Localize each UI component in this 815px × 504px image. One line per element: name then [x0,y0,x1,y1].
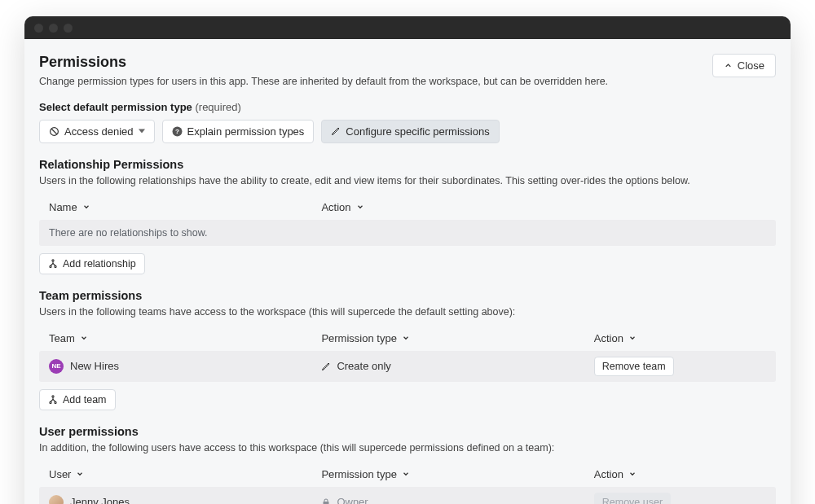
access-denied-label: Access denied [64,125,134,138]
access-denied-dropdown[interactable]: Access denied [39,120,155,143]
user-name: Jenny Jones [70,496,130,504]
chevron-down-icon [628,470,637,478]
relationship-col-name[interactable]: Name [49,201,321,213]
user-col-action[interactable]: Action [594,468,766,480]
team-heading: Team permissions [39,289,776,302]
user-col-user[interactable]: User [49,468,321,480]
add-team-label: Add team [63,394,107,405]
caret-down-icon [139,128,145,134]
chevron-down-icon [82,203,90,211]
add-relationship-button[interactable]: Add relationship [39,253,145,274]
svg-text:?: ? [175,128,179,135]
chevron-down-icon [402,334,410,342]
team-row: NE New Hires Create only Remove team [39,351,776,382]
svg-line-1 [51,129,57,134]
titlebar [24,16,791,39]
relationship-col-action[interactable]: Action [321,201,766,213]
traffic-light-minimize[interactable] [49,24,58,33]
lock-icon [321,497,331,504]
configure-specific-permissions-button[interactable]: Configure specific permissions [321,120,499,143]
team-avatar: NE [49,359,64,374]
user-table: User Permission type Action Jenny Jones [39,462,776,504]
branch-icon [48,395,58,405]
branch-icon [48,259,58,269]
add-relationship-label: Add relationship [63,258,136,270]
team-name: New Hires [70,360,119,372]
page-title: Permissions [39,54,608,71]
remove-team-button[interactable]: Remove team [594,357,674,376]
traffic-light-close[interactable] [34,24,43,33]
team-col-team[interactable]: Team [49,332,321,344]
svg-point-6 [55,265,56,267]
default-permission-label: Select default permission type (required… [39,101,776,113]
close-label: Close [738,59,764,72]
pencil-icon [331,126,341,136]
team-permission-cell[interactable]: Create only [321,360,593,372]
user-permission: Owner [337,496,368,504]
relationship-desc: Users in the following relationships hav… [39,175,776,186]
user-desc: In addition, the following users have ac… [39,442,776,454]
user-row: Jenny Jones Owner Remove user [39,487,776,504]
team-desc: Users in the following teams have access… [39,306,776,318]
chevron-down-icon [628,334,637,342]
chevron-down-icon [80,334,88,342]
chevron-down-icon [356,203,364,211]
user-col-perm[interactable]: Permission type [321,468,593,480]
page-subtitle: Change permission types for users in thi… [39,74,608,90]
chevron-down-icon [402,470,410,478]
window: Permissions Change permission types for … [24,16,791,504]
remove-user-button: Remove user [594,493,671,504]
team-col-perm[interactable]: Permission type [321,332,593,344]
svg-point-9 [55,401,56,403]
team-table: Team Permission type Action NE New Hires [39,326,776,382]
chevron-up-icon [724,61,733,70]
required-tag: (required) [195,101,240,113]
svg-point-5 [50,265,51,267]
svg-point-4 [52,260,54,261]
chevron-down-icon [76,470,84,478]
relationship-heading: Relationship Permissions [39,158,776,171]
explain-permission-types-button[interactable]: ? Explain permission types [162,120,315,143]
user-permission-cell: Owner [321,496,593,504]
svg-point-8 [50,401,51,403]
content-area: Permissions Change permission types for … [24,39,791,504]
user-heading: User permissions [39,425,776,438]
traffic-light-zoom[interactable] [64,24,73,33]
team-col-action[interactable]: Action [594,332,766,344]
pencil-icon [321,362,331,371]
denied-icon [49,126,59,137]
svg-point-7 [52,396,54,397]
add-team-button[interactable]: Add team [39,389,116,410]
configure-specific-label: Configure specific permissions [346,125,489,138]
relationship-empty: There are no relationships to show. [39,220,776,246]
user-avatar [49,495,64,504]
relationship-table: Name Action There are no relationships t… [39,195,776,246]
explain-permission-label: Explain permission types [187,125,305,138]
team-permission: Create only [337,360,390,372]
question-icon: ? [172,126,183,137]
close-button[interactable]: Close [712,54,776,77]
